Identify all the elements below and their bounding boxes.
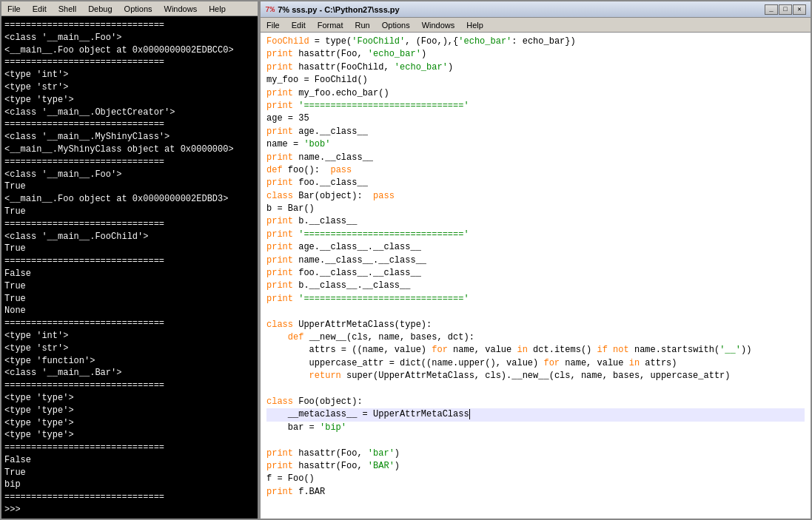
- code-line-22: [266, 305, 805, 318]
- code-line-13: class Bar(object): pass: [266, 190, 805, 203]
- shell-menu-debug[interactable]: Debug: [85, 4, 115, 14]
- editor-menu-file[interactable]: File: [264, 20, 283, 30]
- code-line-32: [266, 434, 805, 447]
- code-line-19: print foo.__class__.__class__: [266, 267, 805, 280]
- code-line-35: f = Foo(): [266, 473, 805, 485]
- editor-code[interactable]: FooChild = type('FooChild', (Foo,),{'ech…: [261, 33, 811, 519]
- code-line-28: [266, 383, 805, 396]
- shell-window: File Edit Shell Debug Options Windows He…: [0, 0, 259, 520]
- shell-menubar: File Edit Shell Debug Options Windows He…: [1, 1, 258, 16]
- code-line-1: FooChild = type('FooChild', (Foo,),{'ech…: [266, 36, 805, 48]
- code-line-4: my_foo = FooChild(): [266, 74, 805, 87]
- code-line-2: print hasattr(Foo, 'echo_bar'): [266, 48, 805, 61]
- editor-window: 7% 7% sss.py - C:\Python27\sss.py _ □ ✕ …: [259, 0, 812, 520]
- code-line-33: print hasattr(Foo, 'bar'): [266, 448, 805, 460]
- code-line-16: print '==============================': [266, 229, 805, 241]
- code-line-29: class Foo(object):: [266, 396, 805, 408]
- code-line-30: __metaclass__ = UpperAttrMetaClass​: [266, 408, 805, 421]
- code-line-8: print age.__class__: [266, 126, 805, 138]
- code-line-7: age = 35: [266, 112, 805, 125]
- code-line-17: print age.__class__.__class__: [266, 241, 805, 254]
- editor-menu-edit[interactable]: Edit: [289, 20, 309, 30]
- code-line-21: print '==============================': [266, 293, 805, 305]
- code-line-15: print b.__class__: [266, 215, 805, 228]
- minimize-button[interactable]: _: [765, 4, 778, 15]
- code-line-5: print my_foo.echo_bar(): [266, 87, 805, 100]
- shell-menu-edit[interactable]: Edit: [30, 4, 50, 14]
- editor-menu-help[interactable]: Help: [463, 20, 486, 30]
- shell-menu-options[interactable]: Options: [121, 4, 155, 14]
- editor-menu-windows[interactable]: Windows: [419, 20, 458, 30]
- code-line-11: def foo(): pass: [266, 164, 805, 177]
- code-line-18: print name.__class__.__class__: [266, 254, 805, 267]
- shell-menu-help[interactable]: Help: [206, 4, 229, 14]
- editor-titlebar: 7% 7% sss.py - C:\Python27\sss.py _ □ ✕: [261, 1, 811, 18]
- code-line-31: bar = 'bip': [266, 422, 805, 434]
- editor-menu-run[interactable]: Run: [352, 20, 373, 30]
- shell-menu-windows[interactable]: Windows: [161, 4, 201, 14]
- maximize-button[interactable]: □: [779, 4, 792, 15]
- close-button[interactable]: ✕: [793, 4, 806, 15]
- shell-content[interactable]: ============================== <class '_…: [1, 16, 258, 519]
- code-line-9: name = 'bob': [266, 138, 805, 151]
- shell-menu-shell[interactable]: Shell: [56, 4, 79, 14]
- code-line-14: b = Bar(): [266, 203, 805, 215]
- editor-menu-format[interactable]: Format: [315, 20, 346, 30]
- code-line-3: print hasattr(FooChild, 'echo_bar'): [266, 61, 805, 74]
- code-line-24: def __new__(cls, name, bases, dct):: [266, 331, 805, 344]
- editor-title: 7% sss.py - C:\Python27\sss.py: [278, 5, 765, 14]
- code-line-10: print name.__class__: [266, 152, 805, 164]
- code-line-6: print '==============================': [266, 100, 805, 112]
- code-line-27: return super(UpperAttrMetaClass, cls).__…: [266, 370, 805, 382]
- editor-icon: 7%: [265, 5, 275, 14]
- code-line-26: uppercase_attr = dict((name.upper(), val…: [266, 357, 805, 370]
- code-line-12: print foo.__class__: [266, 177, 805, 189]
- code-line-36: print f.BAR: [266, 486, 805, 499]
- editor-titlebar-buttons: _ □ ✕: [765, 4, 806, 15]
- code-line-34: print hasattr(Foo, 'BAR'): [266, 460, 805, 473]
- code-line-20: print b.__class__.__class__: [266, 280, 805, 292]
- code-line-25: attrs = ((name, value) for name, value i…: [266, 344, 805, 357]
- code-line-23: class UpperAttrMetaClass(type):: [266, 319, 805, 331]
- shell-menu-file[interactable]: File: [4, 4, 24, 14]
- main-layout: File Edit Shell Debug Options Windows He…: [0, 0, 812, 520]
- editor-menubar: File Edit Format Run Options Windows Hel…: [261, 18, 811, 33]
- editor-menu-options[interactable]: Options: [379, 20, 413, 30]
